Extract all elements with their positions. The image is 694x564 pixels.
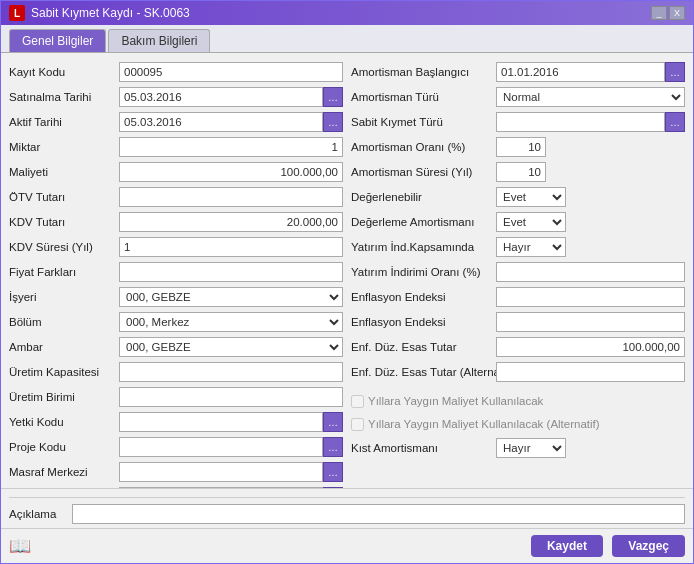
label-fiyat-farklari: Fiyat Farkları: [9, 266, 119, 278]
row-amortisman-turu: Amortisman Türü Normal Azalan Bakiyeler …: [351, 86, 685, 108]
label-uretim-kapasitesi: Üretim Kapasitesi: [9, 366, 119, 378]
checkbox-yillara-yaygin-maliyet[interactable]: [351, 395, 364, 408]
input-aciklama[interactable]: [72, 504, 685, 524]
btn-aktif-tarihi[interactable]: …: [323, 112, 343, 132]
input-miktar[interactable]: [119, 137, 343, 157]
label-proje-kodu: Proje Kodu: [9, 441, 119, 453]
input-amortisman-suresi[interactable]: [496, 162, 546, 182]
title-bar-left: L Sabit Kıymet Kaydı - SK.0063: [9, 5, 190, 21]
input-maliyeti[interactable]: [119, 162, 343, 182]
book-icon: 📖: [9, 535, 31, 557]
left-column: Kayıt Kodu Satınalma Tarihi … Aktif Tari…: [9, 61, 343, 480]
input-group-aktif: …: [119, 112, 343, 132]
bottom-left: 📖: [9, 535, 31, 557]
input-fiyat-farklari[interactable]: [119, 262, 343, 282]
label-kist-amortismani: Kıst Amortismanı: [351, 442, 496, 454]
input-group-sabit-kiymet: …: [496, 112, 685, 132]
input-kdv-tutari[interactable]: [119, 212, 343, 232]
input-yatirim-ind-orani[interactable]: [496, 262, 685, 282]
description-row: Açıklama: [9, 497, 685, 524]
btn-proje-kodu[interactable]: …: [323, 437, 343, 457]
btn-amortisman-baslangici[interactable]: …: [665, 62, 685, 82]
row-enf-duz-esas-tutar-alt: Enf. Düz. Esas Tutar (Alternatif): [351, 361, 685, 383]
input-yetki-kodu[interactable]: [119, 412, 323, 432]
input-masraf-merkezi[interactable]: [119, 462, 323, 482]
select-ambar[interactable]: 000, GEBZE: [119, 337, 343, 357]
input-group-satin-alma: …: [119, 87, 343, 107]
input-enf-duz-esas-tutar[interactable]: [496, 337, 685, 357]
input-proje-kodu[interactable]: [119, 437, 323, 457]
input-group-amortisman-bas: …: [496, 62, 685, 82]
label-enflasyon-endeksi-1: Enflasyon Endeksi: [351, 291, 496, 303]
row-maliyeti: Maliyeti: [9, 161, 343, 183]
row-degerleme-amortismani: Değerleme Amortismanı Evet Hayır: [351, 211, 685, 233]
input-enflasyon-endeksi-1[interactable]: [496, 287, 685, 307]
row-yillara-yaygin-maliyet-alt: Yıllara Yaygın Maliyet Kullanılacak (Alt…: [351, 414, 685, 434]
select-degerleme-amortismani[interactable]: Evet Hayır: [496, 212, 566, 232]
close-button[interactable]: X: [669, 6, 685, 20]
select-bolum[interactable]: 000, Merkez: [119, 312, 343, 332]
input-enflasyon-endeksi-2[interactable]: [496, 312, 685, 332]
input-amortisman-orani[interactable]: [496, 137, 546, 157]
row-proje-kodu: Proje Kodu …: [9, 436, 343, 458]
input-sabit-kiymet-turu[interactable]: [496, 112, 665, 132]
label-amortisman-suresi: Amortisman Süresi (Yıl): [351, 166, 496, 178]
select-degerlenebilir[interactable]: Evet Hayır: [496, 187, 566, 207]
label-otv-tutari: ÖTV Tutarı: [9, 191, 119, 203]
label-degerlenebilir: Değerlenebilir: [351, 191, 496, 203]
row-enflasyon-endeksi-2: Enflasyon Endeksi: [351, 311, 685, 333]
btn-masraf-merkezi[interactable]: …: [323, 462, 343, 482]
label-enflasyon-endeksi-2: Enflasyon Endeksi: [351, 316, 496, 328]
btn-sabit-kiymet-turu[interactable]: …: [665, 112, 685, 132]
input-aktif-tarihi[interactable]: [119, 112, 323, 132]
input-uretim-birimi[interactable]: [119, 387, 343, 407]
select-kist-amortismani[interactable]: Hayır Evet: [496, 438, 566, 458]
input-enf-duz-esas-tutar-alt[interactable]: [496, 362, 685, 382]
label-uretim-birimi: Üretim Birimi: [9, 391, 119, 403]
row-kdv-suresi: KDV Süresi (Yıl): [9, 236, 343, 258]
row-enflasyon-endeksi-1: Enflasyon Endeksi: [351, 286, 685, 308]
input-group-proje: …: [119, 437, 343, 457]
label-aktif-tarihi: Aktif Tarihi: [9, 116, 119, 128]
label-amortisman-orani: Amortisman Oranı (%): [351, 141, 496, 153]
label-degerleme-amortismani: Değerleme Amortismanı: [351, 216, 496, 228]
row-uretim-birimi: Üretim Birimi: [9, 386, 343, 408]
checkbox-yillara-yaygin-maliyet-alt[interactable]: [351, 418, 364, 431]
btn-satin-alma-tarihi[interactable]: …: [323, 87, 343, 107]
cancel-button[interactable]: Vazgeç: [612, 535, 685, 557]
title-bar: L Sabit Kıymet Kaydı - SK.0063 _ X: [1, 1, 693, 25]
input-otv-tutari[interactable]: [119, 187, 343, 207]
label-yillara-yaygin-maliyet-alt: Yıllara Yaygın Maliyet Kullanılacak (Alt…: [368, 418, 600, 430]
row-yillara-yaygin-maliyet: Yıllara Yaygın Maliyet Kullanılacak: [351, 391, 685, 411]
label-bolum: Bölüm: [9, 316, 119, 328]
select-yatirim-ind-kapsaminda[interactable]: Hayır Evet: [496, 237, 566, 257]
row-yatirim-ind-orani: Yatırım İndirimi Oranı (%): [351, 261, 685, 283]
action-buttons: Kaydet Vazgeç: [531, 535, 685, 557]
btn-yetki-kodu[interactable]: …: [323, 412, 343, 432]
label-yetki-kodu: Yetki Kodu: [9, 416, 119, 428]
select-amortisman-turu[interactable]: Normal Azalan Bakiyeler Eşit: [496, 87, 685, 107]
bottom-bar: 📖 Kaydet Vazgeç: [1, 528, 693, 563]
label-enf-duz-esas-tutar-alt: Enf. Düz. Esas Tutar (Alternatif): [351, 366, 496, 378]
label-isyeri: İşyeri: [9, 291, 119, 303]
input-kdv-suresi[interactable]: [119, 237, 343, 257]
row-kist-amortismani: Kıst Amortismanı Hayır Evet: [351, 437, 685, 459]
tab-genel-bilgiler[interactable]: Genel Bilgiler: [9, 29, 106, 52]
label-enf-duz-esas-tutar: Enf. Düz. Esas Tutar: [351, 341, 496, 353]
label-kayit-kodu: Kayıt Kodu: [9, 66, 119, 78]
label-satin-alma-tarihi: Satınalma Tarihi: [9, 91, 119, 103]
select-isyeri[interactable]: 000, GEBZE: [119, 287, 343, 307]
input-group-yetki: …: [119, 412, 343, 432]
input-kayit-kodu[interactable]: [119, 62, 343, 82]
row-degerlenebilir: Değerlenebilir Evet Hayır: [351, 186, 685, 208]
input-uretim-kapasitesi[interactable]: [119, 362, 343, 382]
minimize-button[interactable]: _: [651, 6, 667, 20]
save-button[interactable]: Kaydet: [531, 535, 603, 557]
input-amortisman-baslangici[interactable]: [496, 62, 665, 82]
row-satin-alma-tarihi: Satınalma Tarihi …: [9, 86, 343, 108]
row-fiyat-farklari: Fiyat Farkları: [9, 261, 343, 283]
tab-bakim-bilgileri[interactable]: Bakım Bilgileri: [108, 29, 210, 52]
label-amortisman-turu: Amortisman Türü: [351, 91, 496, 103]
title-buttons: _ X: [651, 6, 685, 20]
input-satin-alma-tarihi[interactable]: [119, 87, 323, 107]
